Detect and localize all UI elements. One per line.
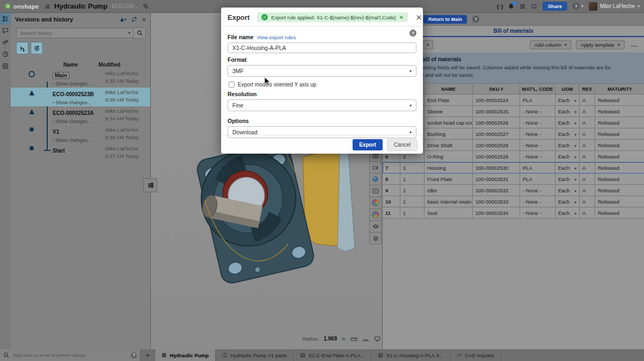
appearance-icon[interactable] xyxy=(369,173,382,185)
bom-row[interactable]: 10 1 basic internal retain... 100-000025… xyxy=(383,196,644,207)
search-filter-caret-icon[interactable]: ▾ xyxy=(128,31,130,35)
new-tab-button[interactable]: + xyxy=(141,349,155,361)
layers-icon[interactable] xyxy=(369,232,382,244)
version-row[interactable]: V1 Show changes... Mike LaFleche 9:28 AM… xyxy=(11,125,150,144)
file-icon xyxy=(300,352,305,358)
version-row[interactable]: Main Show changes... Mike LaFleche 9:35 … xyxy=(11,69,150,88)
document-tab[interactable]: X1-C-Housing-A-PLA.3... xyxy=(371,349,450,361)
bom-row[interactable]: 11 1 Seal 100-00002534 - None - Each A R… xyxy=(383,207,644,219)
file-name-input[interactable] xyxy=(228,42,416,53)
bom-row[interactable]: 8 1 Front Plate 100-00002531 PLA Each A … xyxy=(383,174,644,185)
cell-matl-code: - None - xyxy=(520,140,555,150)
resolution-select[interactable]: Fine▾ xyxy=(228,99,416,111)
status-search-icon[interactable] xyxy=(3,352,10,358)
checkbox[interactable] xyxy=(229,82,235,88)
history-clock-icon[interactable] xyxy=(0,48,11,60)
measure-angle-icon[interactable] xyxy=(362,336,369,342)
apps-icon[interactable]: ⊞ xyxy=(519,3,525,10)
section-view-icon[interactable] xyxy=(369,161,382,174)
featurescript-box-icon[interactable] xyxy=(369,185,382,197)
cell-name: Seal xyxy=(425,207,473,218)
user-menu[interactable]: Mike LaFleche ▾ xyxy=(589,2,640,11)
status-hint: Right-click on a row to perform actions xyxy=(13,353,128,358)
color-wheel-icon[interactable] xyxy=(369,197,382,209)
modified-time: 9:34 AM Today xyxy=(105,115,139,122)
show-changes-link[interactable]: Show changes... xyxy=(53,81,96,86)
cell-uom[interactable]: Each xyxy=(555,117,580,128)
return-to-main-button[interactable]: Return to Main xyxy=(423,15,467,24)
document-tab[interactable]: Hydraulic Pump xyxy=(155,349,216,361)
compare-icon[interactable] xyxy=(131,16,137,23)
help-menu[interactable]: ? ▾ xyxy=(573,3,583,10)
search-button[interactable] xyxy=(133,27,146,39)
bill-of-materials-tab[interactable]: Bill of materials xyxy=(493,28,533,34)
radius-label: Radius: xyxy=(302,336,319,342)
notifications-bell-icon[interactable] xyxy=(508,3,514,10)
dialog-close-icon[interactable]: ✕ xyxy=(415,13,422,21)
cell-uom[interactable]: Each xyxy=(555,128,580,139)
material-wheel-icon[interactable] xyxy=(369,208,382,221)
show-changes-link[interactable]: Show changes... xyxy=(53,119,96,124)
create-version-icon[interactable] xyxy=(120,17,127,23)
version-row[interactable]: ▲ ECO-00002523A Show changes... Mike LaF… xyxy=(11,106,150,125)
show-branches-toggle[interactable] xyxy=(16,42,28,54)
document-tab[interactable]: Hydraulic Pump V1 parts xyxy=(216,349,294,361)
version-row[interactable]: Start Mike LaFleche 9:27 AM Today xyxy=(11,144,150,162)
link-icon[interactable] xyxy=(143,3,149,9)
show-changes-toggle[interactable] xyxy=(31,42,43,54)
view-export-rules-link[interactable]: View export rules xyxy=(257,34,296,40)
dialog-help-icon[interactable]: ? xyxy=(409,30,416,37)
cancel-button[interactable]: Cancel xyxy=(387,139,418,151)
notes-icon[interactable] xyxy=(0,60,11,72)
banner-help-icon[interactable]: ? xyxy=(472,16,479,23)
document-tab[interactable]: CAD Imports xyxy=(450,349,501,361)
y-axis-checkbox-label: Export models oriented Y axis up xyxy=(238,82,316,88)
version-row[interactable]: ▲ ECO-00002523B Show changes... Mike LaF… xyxy=(11,88,150,106)
cell-uom[interactable]: Each xyxy=(555,207,580,218)
menu-icon[interactable]: ≡ xyxy=(45,2,50,10)
versions-history-icon[interactable] xyxy=(0,13,11,25)
share-button[interactable]: Share xyxy=(543,2,567,11)
rotate-view-icon[interactable] xyxy=(369,220,382,233)
cell-uom[interactable]: Each xyxy=(555,95,580,105)
cell-uom[interactable]: Each xyxy=(555,106,580,117)
cell-uom[interactable]: Each xyxy=(555,174,580,184)
close-panel-icon[interactable]: × xyxy=(142,16,146,24)
workspace-node-icon xyxy=(11,70,53,77)
featurescript-icon[interactable]: {·} xyxy=(496,3,503,10)
show-changes-link[interactable]: Show changes... xyxy=(53,138,96,143)
status-help-icon[interactable]: ? xyxy=(131,352,137,358)
y-axis-checkbox-row[interactable]: Export models oriented Y axis up xyxy=(229,82,416,88)
format-select[interactable]: 3MF▾ xyxy=(228,65,416,77)
export-dialog: Export ✓ Export rule applied: X1-C-${nam… xyxy=(221,8,423,154)
mass-properties-icon[interactable] xyxy=(374,336,380,342)
add-column-button[interactable]: Add column▾ xyxy=(530,40,572,49)
onshape-logo[interactable]: onshape xyxy=(4,3,39,10)
modified-by: Mike LaFleche xyxy=(105,145,139,153)
cell-uom[interactable]: Each xyxy=(555,151,580,162)
apply-template-button[interactable]: Apply template▾ xyxy=(576,40,625,49)
more-options-button[interactable]: ... xyxy=(629,41,640,48)
document-tab[interactable]: X1-C-End Plate-A-PLA... xyxy=(294,349,371,361)
modified-time: 9:35 AM Today xyxy=(105,77,139,85)
learning-center-icon[interactable] xyxy=(531,3,537,10)
measure-length-icon[interactable] xyxy=(350,336,357,342)
show-changes-link[interactable]: Show changes... xyxy=(53,100,96,105)
comments-icon[interactable] xyxy=(0,25,11,37)
bom-row[interactable]: 7 1 Housing 100-00002530 PLA Each A Rele… xyxy=(383,162,644,174)
cell-uom[interactable]: Each xyxy=(555,196,580,207)
cell-sku: 100-00002526 xyxy=(473,117,520,128)
follow-mode-icon[interactable] xyxy=(0,37,11,48)
view-toolbar xyxy=(369,149,382,244)
banner-close-icon[interactable]: ✕ xyxy=(399,15,404,20)
cell-matl-code: - None - xyxy=(520,106,555,117)
cell-uom[interactable]: Each xyxy=(555,140,580,150)
bom-row[interactable]: 9 1 Idler 100-00002532 - None - Each A R… xyxy=(383,185,644,196)
chevron-down-icon xyxy=(574,97,576,103)
cell-rev: A xyxy=(580,207,595,218)
export-button[interactable]: Export xyxy=(353,139,383,150)
search-history-input[interactable] xyxy=(16,28,136,38)
cell-uom[interactable]: Each xyxy=(555,185,580,196)
feature-list-toggle[interactable] xyxy=(143,178,157,192)
cell-uom[interactable]: Each xyxy=(555,162,580,173)
